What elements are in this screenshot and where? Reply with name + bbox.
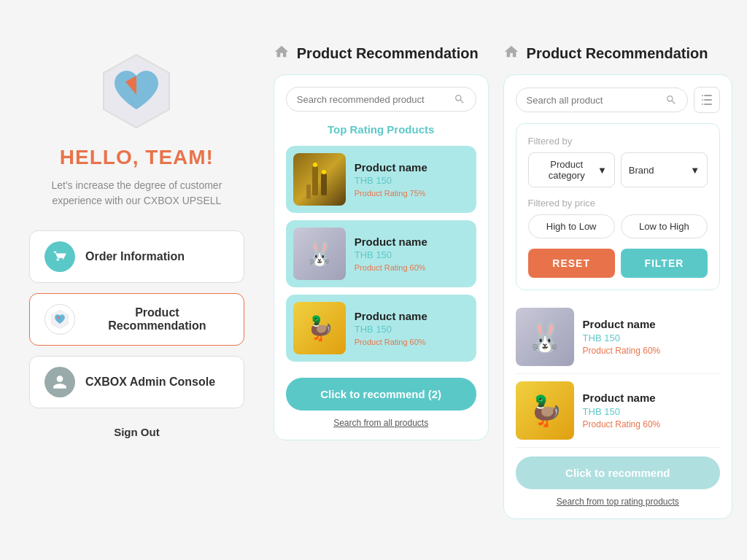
search-top-rating-link[interactable]: Search from top rating products xyxy=(516,497,720,507)
price-filter-buttons: High to Low Low to High xyxy=(528,214,708,238)
sign-out-link[interactable]: Sign Out xyxy=(114,426,160,438)
product-price-3: THB 150 xyxy=(355,324,469,335)
nav-product-rec[interactable]: Product Recommendation xyxy=(29,293,244,346)
right-product-info-2: Product name THB 150 Product Rating 60% xyxy=(583,392,720,429)
dropdown-arrow-icon: ▼ xyxy=(597,165,607,176)
product-info-2: Product name THB 150 Product Rating 60% xyxy=(355,236,469,272)
filter-sliders-icon xyxy=(700,93,713,106)
nav-admin-label: CXBOX Admin Console xyxy=(85,376,215,389)
right-product-price-1: THB 150 xyxy=(583,332,720,343)
product-rating-1: Product Rating 75% xyxy=(355,189,469,198)
right-product-price-2: THB 150 xyxy=(583,406,720,417)
right-card: Filtered by Product category ▼ Brand ▼ F… xyxy=(503,74,732,519)
user-icon xyxy=(44,367,75,397)
product-name-1: Product name xyxy=(355,161,469,174)
product-price-1: THB 150 xyxy=(355,175,469,186)
product-image-2: 🐰 xyxy=(293,228,346,280)
middle-panel-title: Product Recommendation xyxy=(297,45,479,62)
right-product-rating-2: Product Rating 60% xyxy=(583,419,720,429)
brand-label: Brand xyxy=(629,165,654,176)
middle-search-input[interactable] xyxy=(297,94,454,105)
recommend-button[interactable]: Click to recommend (2) xyxy=(286,378,476,411)
right-product-image-2: 🦆 xyxy=(516,381,574,440)
product-image-1 xyxy=(293,153,346,206)
right-recommend-button[interactable]: Click to recommend xyxy=(516,456,720,489)
app-logo xyxy=(96,51,177,131)
middle-panel: Product Recommendation Top Rating Produc… xyxy=(274,29,489,455)
dropdown-arrow-icon-2: ▼ xyxy=(690,165,700,176)
middle-card: Top Rating Products xyxy=(274,74,489,440)
product-info-1: Product name THB 150 Product Rating 75% xyxy=(355,161,469,198)
svg-rect-4 xyxy=(312,166,318,195)
filter-button[interactable]: FILTER xyxy=(621,249,708,278)
right-product-rating-1: Product Rating 60% xyxy=(583,346,720,356)
filtered-by-price-label: Filtered by price xyxy=(528,198,708,209)
tagline-text: Let's increase the degree of customer ex… xyxy=(29,178,244,209)
right-panel-title: Product Recommendation xyxy=(527,45,708,62)
product-image-3: 🦆 xyxy=(293,302,346,354)
home-icon xyxy=(274,44,290,63)
high-to-low-button[interactable]: High to Low xyxy=(528,214,615,238)
product-name-2: Product name xyxy=(355,236,469,248)
right-search-box[interactable] xyxy=(516,88,688,112)
list-item: 🐰 Product name THB 150 Product Rating 60… xyxy=(286,220,476,287)
home-icon-right xyxy=(503,44,519,63)
search-icon-right xyxy=(665,94,677,106)
brand-dropdown[interactable]: Brand ▼ xyxy=(621,152,708,187)
filter-popup: Filtered by Product category ▼ Brand ▼ F… xyxy=(516,123,720,290)
list-item: Product name THB 150 Product Rating 75% xyxy=(286,146,476,213)
filtered-by-label: Filtered by xyxy=(528,136,708,147)
svg-point-7 xyxy=(322,170,326,174)
filter-dropdowns: Product category ▼ Brand ▼ xyxy=(528,152,708,187)
product-rating-3: Product Rating 60% xyxy=(355,338,469,346)
right-header: Product Recommendation xyxy=(503,44,732,63)
search-icon xyxy=(454,93,465,105)
right-search-input[interactable] xyxy=(527,95,665,106)
nav-order-info-label: Order Information xyxy=(85,250,185,263)
svg-point-6 xyxy=(313,163,317,167)
left-panel: HELLO, TEAM! Let's increase the degree o… xyxy=(15,29,259,460)
middle-search-box[interactable] xyxy=(286,87,476,112)
category-label: Product category xyxy=(536,159,597,181)
list-item: 🦆 Product name THB 150 Product Rating 60… xyxy=(286,295,476,362)
list-item: 🦆 Product name THB 150 Product Rating 60… xyxy=(516,374,720,448)
right-product-name-2: Product name xyxy=(583,392,720,404)
filter-action-buttons: RESET FILTER xyxy=(528,249,708,278)
product-price-2: THB 150 xyxy=(355,249,469,260)
section-title: Top Rating Products xyxy=(286,123,476,136)
right-product-image-1: 🐰 xyxy=(516,308,574,366)
cart-icon xyxy=(44,241,75,272)
low-to-high-button[interactable]: Low to High xyxy=(621,214,708,238)
heart-icon xyxy=(44,304,75,335)
nav-admin[interactable]: CXBOX Admin Console xyxy=(29,356,244,408)
app-container: HELLO, TEAM! Let's increase the degree o… xyxy=(0,15,747,560)
category-dropdown[interactable]: Product category ▼ xyxy=(528,152,615,187)
product-name-3: Product name xyxy=(355,310,469,322)
middle-header: Product Recommendation xyxy=(274,44,489,63)
product-info-3: Product name THB 150 Product Rating 60% xyxy=(355,310,469,346)
list-item: 🐰 Product name THB 150 Product Rating 60… xyxy=(516,300,720,374)
product-list: Product name THB 150 Product Rating 75% … xyxy=(286,146,476,369)
nav-product-rec-label: Product Recommendation xyxy=(85,306,229,332)
svg-rect-8 xyxy=(306,184,311,199)
right-product-info-1: Product name THB 150 Product Rating 60% xyxy=(583,318,720,356)
svg-rect-5 xyxy=(321,174,327,195)
greeting-text: HELLO, TEAM! xyxy=(60,146,214,169)
reset-button[interactable]: RESET xyxy=(528,249,615,278)
product-rating-2: Product Rating 60% xyxy=(355,263,469,272)
right-panel: Product Recommendation Filte xyxy=(503,29,732,534)
right-product-name-1: Product name xyxy=(583,318,720,330)
search-all-products-link[interactable]: Search from all products xyxy=(286,418,476,428)
nav-order-info[interactable]: Order Information xyxy=(29,230,244,283)
filter-icon-button[interactable] xyxy=(694,87,720,113)
